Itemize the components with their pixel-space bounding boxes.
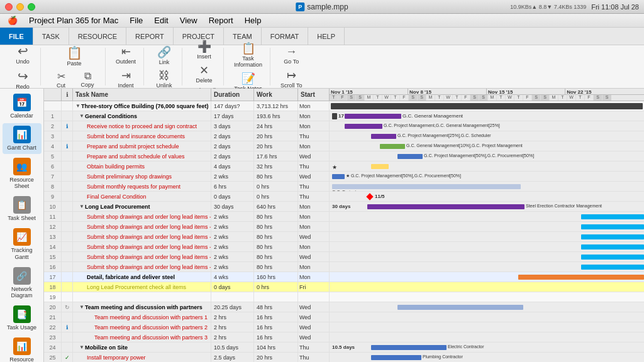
help-menu[interactable]: Help (240, 14, 267, 27)
task-name[interactable]: Install temporary power (73, 353, 211, 362)
task-name[interactable]: Submit shop drawings and order long lead… (73, 262, 211, 272)
tab-resource[interactable]: RESOURCE (69, 28, 126, 45)
table-row[interactable]: 1 ▼General Conditions 17 days 193.6 hrs … (44, 111, 644, 121)
tab-report[interactable]: REPORT (126, 28, 174, 45)
redo-button[interactable]: ↪ Redo (10, 67, 35, 91)
unlink-button[interactable]: ⛓ Unlink (152, 68, 177, 90)
sidebar-item-gantt[interactable]: 📊 Gantt Chart (3, 123, 42, 154)
task-name[interactable]: Submit preliminary shop drawings (73, 172, 211, 181)
start-header[interactable]: Start (298, 89, 330, 101)
insert-button[interactable]: ➕ Insert (192, 38, 217, 61)
table-row[interactable]: 6 Obtain building permits 4 days 32 hrs … (44, 162, 644, 172)
cell-duration: 0 days (211, 282, 254, 292)
table-row[interactable]: 9 Final General Condition 0 days 0 hrs T… (44, 192, 644, 202)
task-name[interactable]: ▼Team meeting and discussion with partne… (73, 302, 211, 312)
task-name[interactable]: ▼Three-story Office Building (76,000 squ… (73, 101, 211, 111)
sidebar-item-calendar[interactable]: 📅 Calendar (3, 91, 42, 122)
outdent-button[interactable]: ⇤ Outdent (113, 43, 138, 66)
indent-button[interactable]: ⇥ Indent (113, 67, 138, 90)
close-button[interactable] (5, 3, 13, 11)
paste-button[interactable]: 📋 Paste (58, 44, 90, 68)
sidebar-item-network[interactable]: 🔗 Network Diagram (3, 265, 42, 302)
work-header[interactable]: Work (254, 89, 298, 101)
table-row[interactable]: 19 (44, 292, 644, 302)
minimize-button[interactable] (16, 3, 24, 11)
table-row[interactable]: 11 Submit shop drawings and order long l… (44, 212, 644, 222)
task-name[interactable]: Detail, fabricate and deliver steel (73, 272, 211, 282)
delete-button[interactable]: ✕ Delete (192, 62, 217, 85)
table-row[interactable]: 14 Submit shop drawings and order long l… (44, 242, 644, 252)
copy-button[interactable]: ⧉ Copy (75, 69, 100, 90)
sidebar-item-task-usage[interactable]: 📑 Task Usage (3, 303, 42, 334)
task-name[interactable]: Submit monthly requests for payment (73, 182, 211, 191)
task-name[interactable]: Submit shop drawings and order long lead… (73, 222, 211, 231)
tab-task[interactable]: TASK (33, 28, 69, 45)
tab-format[interactable]: FORMAT (262, 28, 309, 45)
table-row[interactable]: 7 Submit preliminary shop drawings 2 wks… (44, 172, 644, 182)
table-row[interactable]: 22 ℹ Team meeting and discussion with pa… (44, 322, 644, 332)
table-row[interactable]: 17 Detail, fabricate and deliver steel 4… (44, 272, 644, 282)
apple-menu[interactable]: 🍎 (3, 14, 23, 27)
task-name[interactable]: ▼General Conditions (73, 111, 211, 121)
gantt-cell: 17 days G.C. General Management (330, 111, 644, 121)
gantt-month-nov15: Nov 15 '15 (487, 89, 565, 94)
task-name[interactable]: Team meeting and discussion with partner… (73, 332, 211, 342)
view-menu[interactable]: View (175, 14, 203, 27)
task-name[interactable]: Submit bond and insurance documents (73, 131, 211, 141)
task-name[interactable]: Submit shop drawings and order long lead… (73, 252, 211, 261)
task-name[interactable]: Obtain building permits (73, 162, 211, 171)
table-row[interactable]: 25 ✓ Install temporary power 2.5 days 20… (44, 353, 644, 362)
table-row[interactable]: 24 ▼Mobilize on Site 10.5 days 104 hrs T… (44, 343, 644, 353)
duration-header[interactable]: Duration (211, 89, 254, 101)
link-button[interactable]: 🔗 Link (152, 44, 177, 67)
task-name[interactable]: Prepare and submit schedule of values (73, 151, 211, 161)
task-name[interactable]: Prepare and submit project schedule (73, 141, 211, 151)
table-row[interactable]: 4 ℹ Prepare and submit project schedule … (44, 141, 644, 151)
file-menu[interactable]: File (125, 14, 148, 27)
cut-button[interactable]: ✂ Cut (48, 69, 74, 90)
table-row[interactable]: 12 Submit shop drawings and order long l… (44, 222, 644, 232)
edit-menu[interactable]: Edit (149, 14, 173, 27)
table-row[interactable]: 8 Submit monthly requests for payment 6 … (44, 182, 644, 192)
report-menu[interactable]: Report (204, 14, 238, 27)
task-info-button[interactable]: 📋 TaskInformation (231, 40, 265, 69)
table-row[interactable]: 3 Submit bond and insurance documents 2 … (44, 131, 644, 141)
cell-work: 0 hrs (254, 182, 298, 191)
task-name[interactable]: Team meeting and discussion with partner… (73, 312, 211, 322)
scroll-to-button[interactable]: ↦ Scroll To (278, 67, 304, 90)
app-name-menu[interactable]: Project Plan 365 for Mac (24, 14, 123, 27)
sidebar-item-tracking[interactable]: 📈 Tracking Gantt (3, 226, 42, 263)
tab-help[interactable]: HELP (308, 28, 345, 45)
task-name[interactable]: Receive notice to proceed and sign contr… (73, 121, 211, 131)
sidebar-item-resource-usage[interactable]: 📊 Resource Usage (3, 335, 42, 362)
undo-button[interactable]: ↩ Undo (10, 42, 35, 66)
task-name[interactable]: ▼Mobilize on Site (73, 343, 211, 352)
task-table-body[interactable]: ▼Three-story Office Building (76,000 squ… (44, 101, 644, 362)
table-row[interactable]: 5 Prepare and submit schedule of values … (44, 151, 644, 162)
task-name[interactable]: Submit shop drawings and order long lead… (73, 212, 211, 221)
sidebar-item-resource[interactable]: 👥 Resource Sheet (3, 155, 42, 193)
ribbon-group-insert: ➕ Insert ✕ Delete Select All (185, 48, 224, 85)
table-row[interactable]: 16 Submit shop drawings and order long l… (44, 262, 644, 272)
task-name[interactable]: ▼Long Lead Procurement (73, 202, 211, 211)
table-row[interactable]: 13 Submit shop drawings and order long l… (44, 232, 644, 242)
task-name[interactable] (73, 292, 211, 302)
table-row[interactable]: 20 ↻ ▼Team meeting and discussion with p… (44, 302, 644, 312)
task-name[interactable]: Submit shop drawings and order long lead… (73, 242, 211, 251)
task-name[interactable]: Submit shop drawings and order long lead… (73, 232, 211, 241)
sidebar-item-task[interactable]: 📋 Task Sheet (3, 194, 42, 224)
task-name[interactable]: Team meeting and discussion with partner… (73, 322, 211, 332)
task-name-header[interactable]: Task Name (73, 89, 211, 101)
insert-icon: ➕ (197, 40, 211, 53)
task-name[interactable]: Final General Condition (73, 192, 211, 201)
task-name[interactable]: Long Lead Procurement check all items (73, 282, 211, 292)
table-row[interactable]: 15 Submit shop drawings and order long l… (44, 252, 644, 262)
table-row[interactable]: 21 Team meeting and discussion with part… (44, 312, 644, 322)
table-row[interactable]: 2 ℹ Receive notice to proceed and sign c… (44, 121, 644, 131)
go-to-button[interactable]: → Go To (279, 44, 304, 66)
maximize-button[interactable] (28, 3, 35, 11)
table-row[interactable]: ▼Three-story Office Building (76,000 squ… (44, 101, 644, 111)
table-row[interactable]: 10 ▼Long Lead Procurement 30 days 640 hr… (44, 202, 644, 212)
table-row[interactable]: 18 Long Lead Procurement check all items… (44, 282, 644, 292)
table-row[interactable]: 23 Team meeting and discussion with part… (44, 332, 644, 343)
